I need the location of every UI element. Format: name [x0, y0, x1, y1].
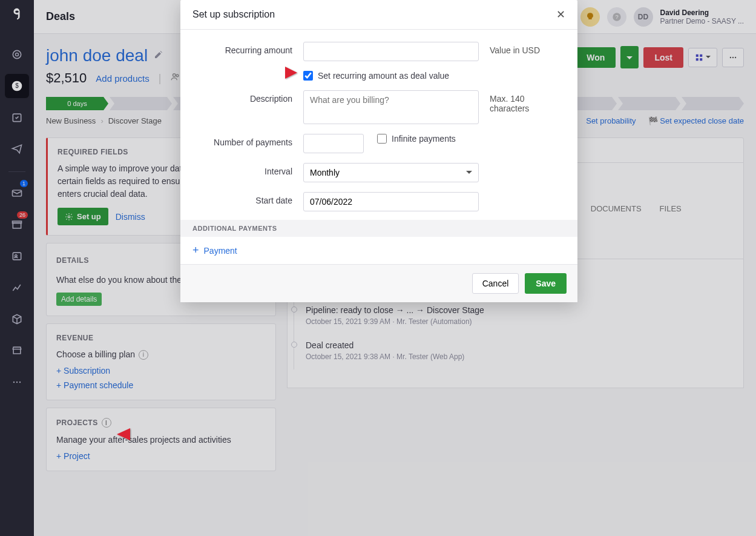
additional-payments-heading: ADDITIONAL PAYMENTS — [180, 220, 577, 237]
infinite-payments-checkbox[interactable] — [377, 134, 387, 144]
close-icon[interactable]: ✕ — [556, 8, 565, 21]
num-payments-input[interactable] — [303, 134, 364, 153]
start-date-input[interactable] — [303, 192, 479, 211]
label-start-date: Start date — [192, 192, 292, 205]
label-recurring-amount: Recurring amount — [192, 42, 292, 55]
label-interval: Interval — [192, 163, 292, 176]
cancel-button[interactable]: Cancel — [472, 273, 519, 294]
hint-currency: Value in USD — [490, 42, 565, 55]
set-as-deal-value-checkbox[interactable] — [303, 71, 313, 81]
label-num-payments: Number of payments — [192, 134, 292, 147]
subscription-modal: Set up subscription ✕ Recurring amount V… — [180, 0, 577, 302]
checkbox-label: Set recurring amount as deal value — [318, 71, 449, 81]
label-description: Description — [192, 90, 292, 104]
interval-select[interactable]: Monthly — [303, 163, 479, 182]
recurring-amount-input[interactable] — [303, 42, 479, 61]
save-button[interactable]: Save — [525, 273, 567, 294]
checkbox-label: Infinite payments — [392, 134, 456, 144]
add-payment-link[interactable]: +Payment — [180, 237, 577, 264]
hint-maxchars: Max. 140 characters — [490, 90, 565, 113]
modal-title: Set up subscription — [192, 9, 275, 20]
description-input[interactable] — [303, 90, 479, 124]
